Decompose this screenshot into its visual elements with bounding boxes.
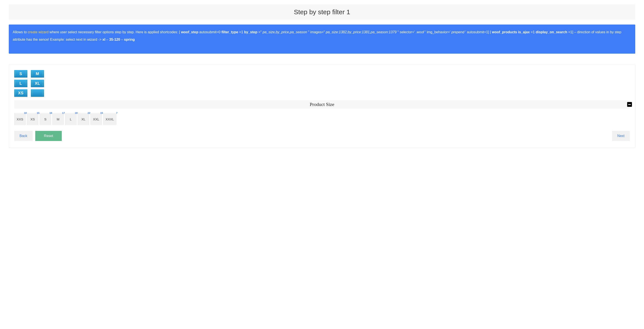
- size-option[interactable]: L 18: [65, 113, 76, 125]
- size-options: XXS 10 XS 15 S 16 M 17 L 18 XL 22 XXL 15…: [14, 113, 630, 125]
- param-value: pa_size,by_price,pa_season: [263, 30, 307, 34]
- reset-button[interactable]: Reset: [35, 131, 62, 141]
- info-text: ' img_behavior=': [425, 30, 450, 34]
- size-option[interactable]: XXXL 7: [103, 113, 116, 125]
- param-name: display_on_search: [536, 30, 567, 34]
- size-count-badge: 17: [62, 112, 65, 114]
- size-tag-icon[interactable]: S: [14, 70, 28, 77]
- info-panel: Allows to create wizard where user selec…: [9, 24, 635, 54]
- size-count-badge: 7: [116, 112, 118, 114]
- info-text: autosubmit=0: [199, 30, 222, 34]
- next-button[interactable]: Next: [612, 131, 630, 141]
- size-count-badge: 18: [75, 112, 78, 114]
- shortcode-name: woof_step: [181, 30, 198, 34]
- size-option[interactable]: S 16: [40, 113, 51, 125]
- example-value: spring: [124, 38, 135, 41]
- size-option[interactable]: M 17: [52, 113, 64, 125]
- size-tag-icon[interactable]: L: [14, 80, 28, 87]
- size-option[interactable]: XL 22: [78, 113, 89, 125]
- info-text: " images=": [308, 30, 325, 34]
- size-icon-grid: S M L XL XS: [14, 70, 46, 97]
- size-count-badge: 15: [100, 112, 103, 114]
- param-value: prepend: [452, 30, 464, 34]
- info-text: –: [121, 38, 124, 41]
- size-label: XS: [30, 117, 35, 121]
- size-option[interactable]: XXS 10: [14, 113, 26, 125]
- size-tag-icon[interactable]: XL: [31, 80, 44, 87]
- example-value: 35-120: [109, 38, 120, 41]
- info-text: =1: [239, 30, 244, 34]
- info-text: ' autosubmit=1] [: [465, 30, 491, 34]
- size-label: XXL: [93, 117, 99, 121]
- param-value: pa_size:1382,by_price:1381,pa_season:137…: [326, 30, 396, 34]
- filter-card: S M L XL XS Product Size XXS 10 XS 15 S …: [9, 64, 635, 148]
- section-header: Product Size: [14, 100, 630, 109]
- size-label: L: [70, 117, 72, 121]
- size-count-badge: 10: [24, 112, 27, 114]
- info-text: Example: select next in wizard ->: [50, 38, 102, 41]
- info-text: where user select necessary filter optio…: [50, 30, 180, 34]
- minus-icon: [628, 104, 631, 105]
- size-label: XXXL: [106, 117, 114, 121]
- info-text: –: [106, 38, 109, 41]
- example-value: xl: [102, 38, 105, 41]
- page-title-bar: Step by step filter 1: [9, 4, 635, 20]
- size-option[interactable]: XXL 15: [90, 113, 102, 125]
- size-count-badge: 22: [88, 112, 90, 114]
- size-tag-icon[interactable]: XS: [14, 89, 28, 97]
- actions-left: Back Reset: [14, 131, 62, 141]
- wizard-actions: Back Reset Next: [14, 131, 630, 141]
- section-title: Product Size: [310, 102, 334, 107]
- size-tag-icon[interactable]: M: [31, 70, 44, 77]
- page-title: Step by step filter 1: [9, 8, 635, 16]
- shortcode-name: woof_products is_ajax: [492, 30, 530, 34]
- info-text: =1: [531, 30, 536, 34]
- size-label: S: [44, 117, 46, 121]
- size-label: M: [57, 117, 60, 121]
- info-text: " selector=': [398, 30, 415, 34]
- size-option[interactable]: XS 15: [27, 113, 38, 125]
- size-label: XL: [82, 117, 86, 121]
- info-text: =": [258, 30, 262, 34]
- back-button[interactable]: Back: [14, 131, 33, 141]
- size-label: XXS: [17, 117, 23, 121]
- size-count-badge: 15: [37, 112, 40, 114]
- info-text: Allows to: [13, 30, 28, 34]
- param-value: .woof: [416, 30, 424, 34]
- size-tag-icon[interactable]: [31, 89, 44, 97]
- size-count-badge: 16: [50, 112, 52, 114]
- collapse-toggle[interactable]: [627, 102, 632, 107]
- param-name: by_step: [244, 30, 258, 34]
- create-wizard-link[interactable]: create wizard: [28, 30, 48, 34]
- param-name: filter_type: [222, 30, 238, 34]
